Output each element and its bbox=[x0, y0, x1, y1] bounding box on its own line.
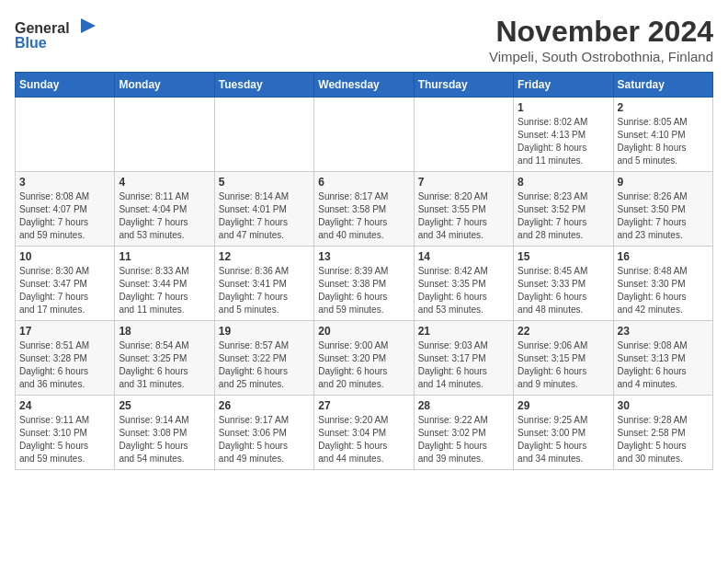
day-number: 7 bbox=[418, 176, 509, 189]
day-info: Sunrise: 8:23 AM Sunset: 3:52 PM Dayligh… bbox=[518, 190, 609, 242]
calendar-cell-w1d4 bbox=[314, 98, 414, 172]
day-number: 15 bbox=[518, 250, 609, 263]
logo-svg: General Blue bbox=[15, 15, 97, 52]
day-number: 21 bbox=[418, 325, 509, 338]
day-number: 3 bbox=[19, 176, 110, 189]
calendar-cell-w1d6: 1Sunrise: 8:02 AM Sunset: 4:13 PM Daylig… bbox=[514, 98, 613, 172]
day-number: 28 bbox=[418, 399, 509, 412]
calendar-cell-w4d7: 23Sunrise: 9:08 AM Sunset: 3:13 PM Dayli… bbox=[613, 321, 712, 396]
calendar-cell-w1d2 bbox=[115, 98, 214, 172]
day-number: 18 bbox=[119, 325, 210, 338]
day-info: Sunrise: 8:08 AM Sunset: 4:07 PM Dayligh… bbox=[19, 190, 110, 242]
calendar-cell-w3d1: 10Sunrise: 8:30 AM Sunset: 3:47 PM Dayli… bbox=[16, 247, 115, 321]
day-info: Sunrise: 8:51 AM Sunset: 3:28 PM Dayligh… bbox=[19, 339, 110, 391]
day-number: 11 bbox=[119, 250, 210, 263]
day-number: 2 bbox=[618, 101, 709, 114]
calendar-week-5: 24Sunrise: 9:11 AM Sunset: 3:10 PM Dayli… bbox=[16, 396, 713, 470]
day-info: Sunrise: 9:11 AM Sunset: 3:10 PM Dayligh… bbox=[19, 414, 110, 465]
day-number: 22 bbox=[518, 325, 609, 338]
weekday-header-tuesday: Tuesday bbox=[214, 73, 313, 98]
svg-text:Blue: Blue bbox=[15, 35, 47, 51]
calendar-week-1: 1Sunrise: 8:02 AM Sunset: 4:13 PM Daylig… bbox=[16, 98, 713, 172]
calendar-cell-w4d1: 17Sunrise: 8:51 AM Sunset: 3:28 PM Dayli… bbox=[16, 321, 115, 396]
calendar-cell-w4d5: 21Sunrise: 9:03 AM Sunset: 3:17 PM Dayli… bbox=[414, 321, 513, 396]
day-info: Sunrise: 8:57 AM Sunset: 3:22 PM Dayligh… bbox=[219, 339, 310, 391]
day-number: 23 bbox=[618, 325, 709, 338]
day-number: 13 bbox=[318, 250, 409, 263]
day-number: 20 bbox=[318, 325, 409, 338]
svg-text:General: General bbox=[15, 20, 70, 36]
day-info: Sunrise: 8:36 AM Sunset: 3:41 PM Dayligh… bbox=[219, 265, 310, 316]
calendar-cell-w2d6: 8Sunrise: 8:23 AM Sunset: 3:52 PM Daylig… bbox=[514, 172, 613, 247]
weekday-header-monday: Monday bbox=[115, 73, 214, 98]
calendar-cell-w5d2: 25Sunrise: 9:14 AM Sunset: 3:08 PM Dayli… bbox=[115, 396, 214, 470]
day-number: 29 bbox=[518, 399, 609, 412]
day-info: Sunrise: 9:14 AM Sunset: 3:08 PM Dayligh… bbox=[119, 414, 210, 465]
day-number: 19 bbox=[219, 325, 310, 338]
calendar-cell-w5d1: 24Sunrise: 9:11 AM Sunset: 3:10 PM Dayli… bbox=[16, 396, 115, 470]
day-info: Sunrise: 9:20 AM Sunset: 3:04 PM Dayligh… bbox=[318, 414, 409, 465]
calendar-cell-w1d7: 2Sunrise: 8:05 AM Sunset: 4:10 PM Daylig… bbox=[613, 98, 712, 172]
day-number: 4 bbox=[119, 176, 210, 189]
day-info: Sunrise: 9:17 AM Sunset: 3:06 PM Dayligh… bbox=[219, 414, 310, 465]
calendar-cell-w2d7: 9Sunrise: 8:26 AM Sunset: 3:50 PM Daylig… bbox=[613, 172, 712, 247]
day-number: 24 bbox=[19, 399, 110, 412]
day-number: 9 bbox=[618, 176, 709, 189]
day-info: Sunrise: 8:33 AM Sunset: 3:44 PM Dayligh… bbox=[119, 265, 210, 316]
calendar-cell-w5d5: 28Sunrise: 9:22 AM Sunset: 3:02 PM Dayli… bbox=[414, 396, 513, 470]
weekday-header-wednesday: Wednesday bbox=[314, 73, 414, 98]
day-number: 17 bbox=[19, 325, 110, 338]
calendar-table: SundayMondayTuesdayWednesdayThursdayFrid… bbox=[15, 72, 713, 470]
title-block: November 2024 Vimpeli, South Ostrobothni… bbox=[489, 15, 713, 64]
day-info: Sunrise: 8:11 AM Sunset: 4:04 PM Dayligh… bbox=[119, 190, 210, 242]
day-number: 5 bbox=[219, 176, 310, 189]
day-number: 14 bbox=[418, 250, 509, 263]
day-info: Sunrise: 9:28 AM Sunset: 2:58 PM Dayligh… bbox=[618, 414, 709, 465]
calendar-cell-w2d2: 4Sunrise: 8:11 AM Sunset: 4:04 PM Daylig… bbox=[115, 172, 214, 247]
day-info: Sunrise: 8:02 AM Sunset: 4:13 PM Dayligh… bbox=[518, 116, 609, 167]
day-info: Sunrise: 8:48 AM Sunset: 3:30 PM Dayligh… bbox=[618, 265, 709, 316]
day-info: Sunrise: 9:08 AM Sunset: 3:13 PM Dayligh… bbox=[618, 339, 709, 391]
weekday-header-saturday: Saturday bbox=[613, 73, 712, 98]
calendar-body: 1Sunrise: 8:02 AM Sunset: 4:13 PM Daylig… bbox=[16, 98, 713, 470]
day-number: 16 bbox=[618, 250, 709, 263]
calendar-cell-w4d2: 18Sunrise: 8:54 AM Sunset: 3:25 PM Dayli… bbox=[115, 321, 214, 396]
day-info: Sunrise: 9:25 AM Sunset: 3:00 PM Dayligh… bbox=[518, 414, 609, 465]
calendar-cell-w3d5: 14Sunrise: 8:42 AM Sunset: 3:35 PM Dayli… bbox=[414, 247, 513, 321]
calendar-cell-w3d3: 12Sunrise: 8:36 AM Sunset: 3:41 PM Dayli… bbox=[214, 247, 313, 321]
calendar-cell-w4d3: 19Sunrise: 8:57 AM Sunset: 3:22 PM Dayli… bbox=[214, 321, 313, 396]
weekday-header-sunday: Sunday bbox=[16, 73, 115, 98]
day-info: Sunrise: 8:14 AM Sunset: 4:01 PM Dayligh… bbox=[219, 190, 310, 242]
day-number: 25 bbox=[119, 399, 210, 412]
day-info: Sunrise: 8:05 AM Sunset: 4:10 PM Dayligh… bbox=[618, 116, 709, 167]
calendar-cell-w3d4: 13Sunrise: 8:39 AM Sunset: 3:38 PM Dayli… bbox=[314, 247, 414, 321]
logo: General Blue bbox=[15, 15, 97, 52]
day-number: 1 bbox=[518, 101, 609, 114]
calendar-cell-w3d2: 11Sunrise: 8:33 AM Sunset: 3:44 PM Dayli… bbox=[115, 247, 214, 321]
calendar-cell-w1d3 bbox=[214, 98, 313, 172]
day-number: 27 bbox=[318, 399, 409, 412]
page-header: General Blue November 2024 Vimpeli, Sout… bbox=[15, 15, 713, 64]
calendar-week-2: 3Sunrise: 8:08 AM Sunset: 4:07 PM Daylig… bbox=[16, 172, 713, 247]
day-number: 10 bbox=[19, 250, 110, 263]
day-number: 12 bbox=[219, 250, 310, 263]
calendar-cell-w1d5 bbox=[414, 98, 513, 172]
day-number: 8 bbox=[518, 176, 609, 189]
day-info: Sunrise: 8:30 AM Sunset: 3:47 PM Dayligh… bbox=[19, 265, 110, 316]
calendar-cell-w1d1 bbox=[16, 98, 115, 172]
svg-marker-2 bbox=[81, 18, 96, 33]
weekday-header-row: SundayMondayTuesdayWednesdayThursdayFrid… bbox=[16, 73, 713, 98]
day-info: Sunrise: 8:20 AM Sunset: 3:55 PM Dayligh… bbox=[418, 190, 509, 242]
calendar-cell-w5d3: 26Sunrise: 9:17 AM Sunset: 3:06 PM Dayli… bbox=[214, 396, 313, 470]
calendar-subtitle: Vimpeli, South Ostrobothnia, Finland bbox=[489, 49, 713, 64]
day-info: Sunrise: 9:03 AM Sunset: 3:17 PM Dayligh… bbox=[418, 339, 509, 391]
day-info: Sunrise: 9:06 AM Sunset: 3:15 PM Dayligh… bbox=[518, 339, 609, 391]
calendar-cell-w4d6: 22Sunrise: 9:06 AM Sunset: 3:15 PM Dayli… bbox=[514, 321, 613, 396]
calendar-week-3: 10Sunrise: 8:30 AM Sunset: 3:47 PM Dayli… bbox=[16, 247, 713, 321]
day-number: 26 bbox=[219, 399, 310, 412]
calendar-cell-w5d6: 29Sunrise: 9:25 AM Sunset: 3:00 PM Dayli… bbox=[514, 396, 613, 470]
day-number: 6 bbox=[318, 176, 409, 189]
weekday-header-friday: Friday bbox=[514, 73, 613, 98]
calendar-cell-w4d4: 20Sunrise: 9:00 AM Sunset: 3:20 PM Dayli… bbox=[314, 321, 414, 396]
day-info: Sunrise: 9:22 AM Sunset: 3:02 PM Dayligh… bbox=[418, 414, 509, 465]
